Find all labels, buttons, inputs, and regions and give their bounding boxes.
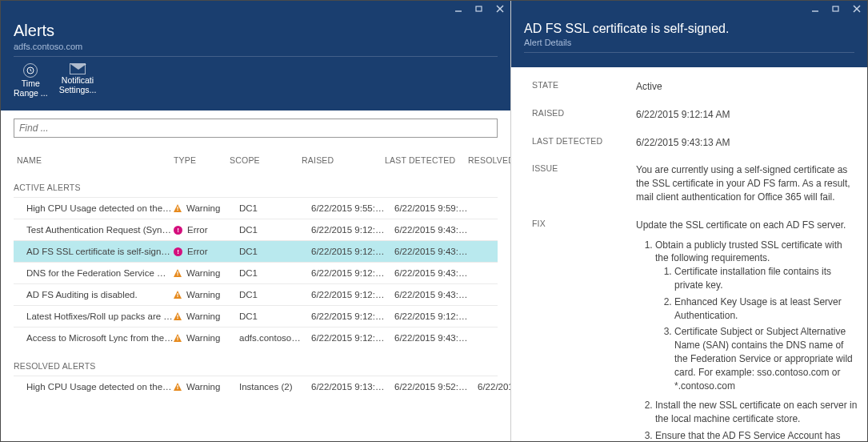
cell-raised: 6/22/2015 9:12:14 <box>302 290 385 299</box>
table-row[interactable]: AD FS Auditing is disabled.WarningDC16/2… <box>14 283 498 305</box>
svg-rect-1 <box>476 6 482 11</box>
warning-icon <box>174 312 182 320</box>
page-subtitle: adfs.contoso.com <box>14 42 498 51</box>
col-type: TYPE <box>174 155 230 165</box>
col-scope: SCOPE <box>230 155 302 165</box>
detail-subtitle: Alert Details <box>524 38 854 47</box>
minimize-icon[interactable] <box>805 1 826 17</box>
error-icon: ! <box>174 247 182 256</box>
value-raised: 6/22/2015 9:12:14 AM <box>636 108 858 122</box>
table-row[interactable]: High CPU Usage detected on the Feder...W… <box>14 376 498 397</box>
detail-body[interactable]: STATEActive RAISED6/22/2015 9:12:14 AM L… <box>511 67 867 441</box>
cell-last-detected: 6/22/2015 9:43:13 <box>385 268 468 278</box>
value-state: Active <box>636 80 858 94</box>
minimize-icon[interactable] <box>448 1 469 17</box>
active-alerts-section: ACTIVE ALERTS <box>14 170 498 197</box>
cell-name: Test Authentication Request (Synthetic..… <box>14 225 174 235</box>
cell-name: High CPU Usage detected on the Feder... <box>14 382 174 392</box>
cell-last-detected: 6/22/2015 9:59:03 <box>385 203 468 213</box>
restore-icon[interactable] <box>826 1 846 17</box>
page-title: Alerts <box>14 22 498 40</box>
cell-last-detected: 6/22/2015 9:52:58 <box>385 382 468 392</box>
cell-raised: 6/22/2015 9:12:14 <box>302 268 385 278</box>
value-issue: You are currently using a self-signed ce… <box>636 163 858 203</box>
col-last-detected: LAST DETECTED <box>385 155 468 165</box>
cell-name: DNS for the Federation Service may be... <box>14 268 174 278</box>
cell-raised: 6/22/2015 9:12:14 <box>302 333 385 343</box>
fix-step: Install the new SSL certificate on each … <box>655 399 858 426</box>
fix-substep: Certificate Subject or Subject Alternati… <box>674 325 858 392</box>
label-state: STATE <box>532 80 636 90</box>
error-icon: ! <box>174 226 182 235</box>
table-row[interactable]: Latest Hotfixes/Roll up packs are not in… <box>14 305 498 327</box>
cell-type: Warning <box>174 382 230 392</box>
cell-type: Warning <box>174 268 230 278</box>
clock-icon <box>23 63 38 78</box>
cell-scope: DC1 <box>230 268 302 278</box>
fix-step: Obtain a publicly trusted SSL certificat… <box>655 239 858 393</box>
restore-icon[interactable] <box>469 1 490 17</box>
cell-last-detected: 6/22/2015 9:43:13 <box>385 290 468 299</box>
table-row[interactable]: DNS for the Federation Service may be...… <box>14 262 498 283</box>
close-icon[interactable] <box>490 1 510 17</box>
cell-last-detected: 6/22/2015 9:12:13 <box>385 311 468 321</box>
warning-icon <box>174 204 182 212</box>
left-header: Alerts adfs.contoso.com Time Range ... N… <box>1 17 510 110</box>
col-name: NAME <box>14 155 174 165</box>
search-input[interactable] <box>14 119 498 138</box>
warning-icon <box>174 334 182 342</box>
fix-step: Ensure that the AD FS Service Account ha… <box>655 429 858 441</box>
grid-header: NAME TYPE SCOPE RAISED LAST DETECTED RES… <box>14 141 498 170</box>
warning-icon <box>174 269 182 277</box>
cell-last-detected: 6/22/2015 9:43:13 <box>385 247 468 256</box>
cell-name: High CPU Usage detected on the Feder... <box>14 203 174 213</box>
right-header: AD FS SSL certificate is self-signed. Al… <box>511 17 867 67</box>
label-fix: FIX <box>532 219 636 228</box>
cell-name: Latest Hotfixes/Roll up packs are not in… <box>14 311 174 321</box>
warning-icon <box>174 383 182 391</box>
cell-scope: adfs.contoso.com <box>230 333 302 343</box>
cell-type: Warning <box>174 203 230 213</box>
cell-name: AD FS SSL certificate is self-signed. <box>14 247 174 256</box>
cell-type: Warning <box>174 290 230 299</box>
alert-details-pane: AD FS SSL certificate is self-signed. Al… <box>511 1 867 441</box>
left-content: NAME TYPE SCOPE RAISED LAST DETECTED RES… <box>1 110 510 441</box>
cell-last-detected: 6/22/2015 9:43:13 <box>385 333 468 343</box>
table-row[interactable]: Test Authentication Request (Synthetic..… <box>14 219 498 240</box>
value-last-detected: 6/22/2015 9:43:13 AM <box>636 136 858 150</box>
alerts-pane: Alerts adfs.contoso.com Time Range ... N… <box>1 1 511 441</box>
label-raised: RAISED <box>532 108 636 118</box>
cell-type: Warning <box>174 311 230 321</box>
svg-rect-6 <box>833 6 838 11</box>
col-raised: RAISED <box>302 155 385 165</box>
notification-settings-button[interactable]: Notificati Settings... <box>59 63 97 98</box>
table-row[interactable]: High CPU Usage detected on the Feder...W… <box>14 197 498 219</box>
table-row[interactable]: Access to Microsoft Lync from the extra.… <box>14 327 498 348</box>
cell-raised: 6/22/2015 9:13:27 <box>302 382 385 392</box>
warning-icon <box>174 291 182 299</box>
table-row[interactable]: AD FS SSL certificate is self-signed.!Er… <box>14 240 498 262</box>
notification-settings-label: Notificati Settings... <box>59 76 97 94</box>
left-title-bar <box>1 1 510 17</box>
cell-scope: DC1 <box>230 203 302 213</box>
cell-raised: 6/22/2015 9:12:14 <box>302 225 385 235</box>
cell-type: Warning <box>174 333 230 343</box>
label-issue: ISSUE <box>532 163 636 173</box>
alerts-grid: NAME TYPE SCOPE RAISED LAST DETECTED RES… <box>1 141 510 397</box>
right-title-bar <box>511 1 867 17</box>
resolved-alerts-section: RESOLVED ALERTS <box>14 348 498 376</box>
cell-type: !Error <box>174 247 230 256</box>
envelope-icon <box>70 63 86 74</box>
cell-type: !Error <box>174 225 230 235</box>
toolbar: Time Range ... Notificati Settings... <box>14 63 498 102</box>
cell-raised: 6/22/2015 9:12:14 <box>302 247 385 256</box>
time-range-button[interactable]: Time Range ... <box>14 63 48 98</box>
cell-name: Access to Microsoft Lync from the extra.… <box>14 333 174 343</box>
detail-title: AD FS SSL certificate is self-signed. <box>524 22 854 36</box>
cell-resolved: 6/22/2015 9:53:58 <box>468 382 510 392</box>
cell-raised: 6/22/2015 9:55:59 <box>302 203 385 213</box>
time-range-label: Time Range ... <box>14 79 48 98</box>
cell-raised: 6/22/2015 9:12:14 <box>302 311 385 321</box>
fix-substep: Certificate installation file contains i… <box>674 265 858 292</box>
close-icon[interactable] <box>846 1 867 17</box>
